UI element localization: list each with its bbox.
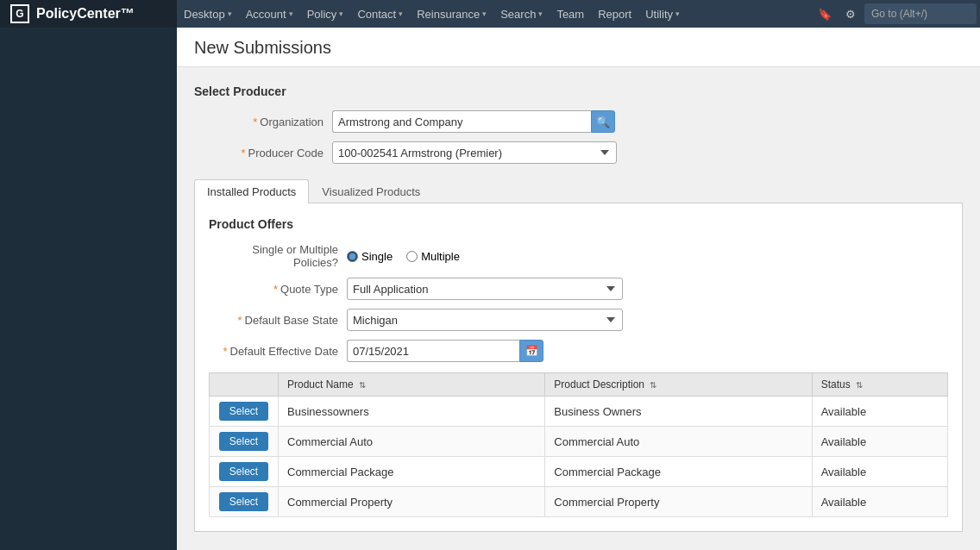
page-title: New Submissions	[194, 38, 963, 58]
select-button[interactable]: Select	[219, 432, 268, 451]
table-cell-product-description: Commercial Property	[545, 487, 812, 517]
policy-type-row: Single or Multiple Policies? Single Mult…	[209, 243, 948, 269]
products-table: Product Name ⇅ Product Description ⇅ Sta…	[209, 372, 948, 517]
producer-code-select[interactable]: 100-002541 Armstrong (Premier)	[332, 141, 617, 164]
calendar-icon[interactable]: 📅	[519, 340, 543, 362]
producer-code-row: *Producer Code 100-002541 Armstrong (Pre…	[194, 141, 963, 164]
logo-icon: G	[10, 4, 29, 23]
table-header-status[interactable]: Status ⇅	[812, 373, 947, 397]
select-button[interactable]: Select	[219, 402, 268, 421]
nav-right-actions: 🔖 ⚙	[813, 2, 980, 26]
nav-utility[interactable]: Utility ▾	[638, 0, 687, 28]
quote-type-select[interactable]: Full Application Quick Quote	[347, 278, 623, 300]
page-header: New Submissions	[177, 28, 980, 67]
app-name: PolicyCenter™	[36, 6, 135, 22]
sort-icon: ⇅	[856, 380, 863, 390]
nav-desktop[interactable]: Desktop ▾	[177, 0, 239, 28]
tab-visualized-products[interactable]: Visualized Products	[309, 179, 433, 203]
base-state-row: *Default Base State Michigan Ohio Illino…	[209, 309, 948, 331]
select-button[interactable]: Select	[219, 492, 268, 511]
required-star: *	[241, 147, 245, 159]
single-radio-option[interactable]: Single	[347, 250, 393, 263]
tabs-container: Installed Products Visualized Products P…	[194, 179, 963, 532]
page-layout: New Submissions Select Producer *Organiz…	[0, 28, 980, 550]
product-tabs: Installed Products Visualized Products	[194, 179, 963, 203]
chevron-down-icon: ▾	[339, 9, 343, 18]
organization-input-group: 🔍	[332, 110, 615, 133]
global-search-input[interactable]	[864, 3, 977, 24]
chevron-down-icon: ▾	[399, 9, 403, 18]
effective-date-row: *Default Effective Date 📅	[209, 340, 948, 362]
nav-team[interactable]: Team	[550, 0, 591, 28]
chevron-down-icon: ▾	[538, 9, 543, 18]
nav-report[interactable]: Report	[591, 0, 638, 28]
multiple-radio-option[interactable]: Multiple	[406, 250, 460, 263]
bookmark-icon[interactable]: 🔖	[813, 2, 837, 26]
sort-icon: ⇅	[359, 380, 366, 390]
top-navigation: G PolicyCenter™ Desktop ▾ Account ▾ Poli…	[0, 0, 980, 28]
policy-type-label: Single or Multiple Policies?	[209, 243, 347, 269]
table-cell-product-name: Commercial Package	[279, 457, 545, 487]
table-cell-product-name: Businessowners	[279, 397, 545, 427]
content-area: Select Producer *Organization 🔍 *Produce…	[177, 67, 980, 549]
organization-row: *Organization 🔍	[194, 110, 963, 133]
nav-search[interactable]: Search ▾	[493, 0, 550, 28]
product-offers-title: Product Offers	[209, 217, 948, 231]
organization-input[interactable]	[332, 110, 591, 133]
table-row: Select Commercial Property Commercial Pr…	[210, 487, 948, 517]
product-offers-box: Product Offers Single or Multiple Polici…	[194, 203, 963, 532]
settings-icon[interactable]: ⚙	[839, 2, 863, 26]
single-label: Single	[361, 250, 393, 263]
table-cell-product-name: Commercial Auto	[279, 427, 545, 457]
table-cell-status: Available	[812, 457, 947, 487]
table-header-product-description[interactable]: Product Description ⇅	[545, 373, 812, 397]
app-logo: G PolicyCenter™	[0, 0, 177, 28]
nav-contact[interactable]: Contact ▾	[350, 0, 410, 28]
base-state-label: *Default Base State	[209, 314, 347, 327]
table-cell-product-name: Commercial Property	[279, 487, 545, 517]
nav-items: Desktop ▾ Account ▾ Policy ▾ Contact ▾ R…	[177, 0, 813, 28]
table-cell-product-description: Commercial Package	[545, 457, 812, 487]
base-state-select[interactable]: Michigan Ohio Illinois	[347, 309, 623, 331]
table-row: Select Businessowners Business Owners Av…	[210, 397, 948, 427]
table-row: Select Commercial Auto Commercial Auto A…	[210, 427, 948, 457]
policy-type-radio-group: Single Multiple	[347, 250, 460, 263]
nav-policy[interactable]: Policy ▾	[300, 0, 351, 28]
table-cell-product-description: Business Owners	[545, 397, 812, 427]
required-star: *	[273, 283, 278, 296]
required-star: *	[223, 345, 227, 358]
effective-date-input[interactable]	[347, 340, 519, 362]
producer-code-label: *Producer Code	[194, 147, 332, 159]
quote-type-label: *Quote Type	[209, 283, 347, 296]
organization-search-button[interactable]: 🔍	[591, 110, 615, 133]
required-star: *	[238, 314, 242, 327]
tab-installed-products[interactable]: Installed Products	[194, 179, 309, 203]
table-cell-product-description: Commercial Auto	[545, 427, 812, 457]
table-cell-status: Available	[812, 427, 947, 457]
table-cell-action: Select	[210, 457, 279, 487]
multiple-label: Multiple	[421, 250, 460, 263]
sidebar	[0, 28, 177, 550]
table-row: Select Commercial Package Commercial Pac…	[210, 457, 948, 487]
chevron-down-icon: ▾	[289, 9, 293, 18]
multiple-radio-input[interactable]	[406, 251, 418, 262]
single-radio-input[interactable]	[347, 251, 358, 262]
nav-account[interactable]: Account ▾	[239, 0, 300, 28]
chevron-down-icon: ▾	[228, 9, 232, 18]
table-cell-status: Available	[812, 397, 947, 427]
organization-label: *Organization	[194, 116, 332, 128]
main-content: New Submissions Select Producer *Organiz…	[177, 28, 980, 550]
chevron-down-icon: ▾	[482, 9, 487, 18]
quote-type-row: *Quote Type Full Application Quick Quote	[209, 278, 948, 300]
effective-date-input-group: 📅	[347, 340, 543, 362]
table-cell-action: Select	[210, 427, 279, 457]
select-producer-title: Select Producer	[194, 84, 963, 98]
sort-icon: ⇅	[650, 380, 656, 390]
chevron-down-icon: ▾	[675, 9, 680, 18]
nav-reinsurance[interactable]: Reinsurance ▾	[410, 0, 493, 28]
table-header-product-name[interactable]: Product Name ⇅	[279, 373, 545, 397]
select-button[interactable]: Select	[219, 462, 268, 481]
table-cell-action: Select	[210, 397, 279, 427]
table-header-action	[210, 373, 279, 397]
effective-date-label: *Default Effective Date	[209, 345, 347, 358]
